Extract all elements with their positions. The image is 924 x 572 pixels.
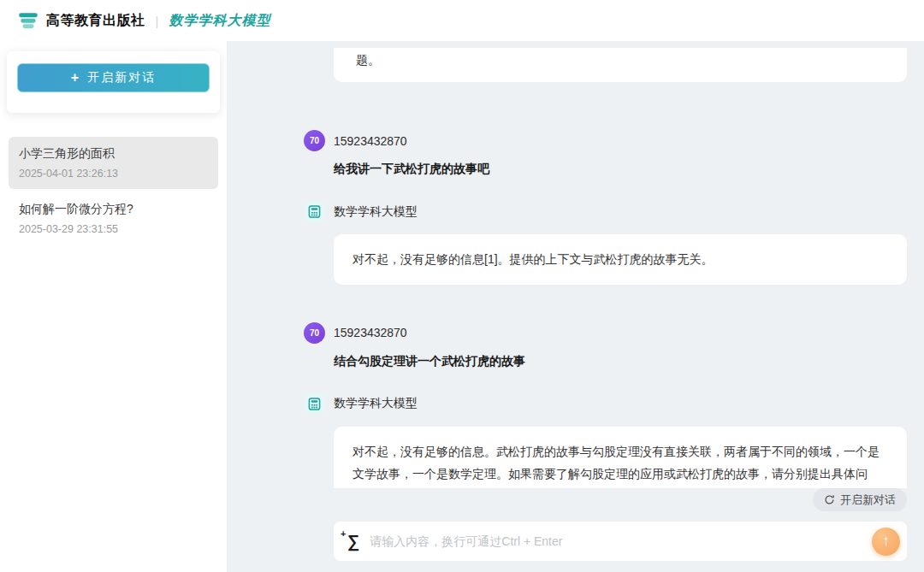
history-title: 如何解一阶微分方程? bbox=[19, 202, 208, 217]
user-avatar: 70 bbox=[304, 130, 325, 151]
restart-chat-button[interactable]: 开启新对话 bbox=[813, 488, 907, 511]
user-name: 15923432870 bbox=[334, 326, 407, 339]
new-chat-button[interactable]: + 开启新对话 bbox=[17, 63, 210, 92]
refresh-icon bbox=[824, 494, 835, 505]
user-message-block: 70 15923432870 结合勾股定理讲一个武松打虎的故事 bbox=[304, 322, 907, 369]
history-list: 小学三角形的面积 2025-04-01 23:26:13 如何解一阶微分方程? … bbox=[0, 137, 227, 245]
product-title: 数学学科大模型 bbox=[169, 12, 270, 30]
assistant-name: 数学学科大模型 bbox=[334, 204, 418, 220]
publisher-logo-icon bbox=[17, 9, 39, 32]
user-message-text: 结合勾股定理讲一个武松打虎的故事 bbox=[334, 354, 907, 369]
app-header: 高等教育出版社 | 数学学科大模型 bbox=[0, 0, 924, 41]
history-title: 小学三角形的面积 bbox=[19, 146, 208, 162]
assistant-message-partial-text: 题。 bbox=[356, 53, 380, 67]
new-chat-label: 开启新对话 bbox=[87, 70, 156, 86]
history-item-triangle-area[interactable]: 小学三角形的面积 2025-04-01 23:26:13 bbox=[9, 137, 218, 189]
new-chat-card: + 开启新对话 bbox=[7, 51, 220, 113]
assistant-message-block: 数学学科大模型 对不起，没有足够的信息。武松打虎的故事与勾股定理没有直接关联，两… bbox=[304, 393, 907, 488]
calculator-icon bbox=[304, 201, 325, 222]
history-time: 2025-03-29 23:31:55 bbox=[19, 223, 208, 235]
user-name: 15923432870 bbox=[334, 134, 407, 148]
user-avatar: 70 bbox=[304, 322, 325, 344]
message-input-bar: +∑ ↑ bbox=[334, 522, 907, 561]
header-divider: | bbox=[156, 14, 159, 28]
plus-icon: + bbox=[71, 70, 80, 86]
assistant-name: 数学学科大模型 bbox=[334, 396, 418, 411]
history-time: 2025-04-01 23:26:13 bbox=[19, 168, 208, 180]
assistant-message-block: 数学学科大模型 对不起，没有足够的信息[1]。提供的上下文与武松打虎的故事无关。 bbox=[304, 201, 907, 285]
restart-chat-label: 开启新对话 bbox=[840, 492, 896, 508]
message-input[interactable] bbox=[370, 534, 872, 548]
formula-sigma-icon[interactable]: +∑ bbox=[347, 533, 359, 550]
calculator-icon bbox=[304, 393, 325, 415]
chat-scroll-area[interactable]: 题。 70 15923432870 给我讲一下武松打虎的故事吧 bbox=[227, 41, 924, 488]
assistant-message-text: 对不起，没有足够的信息[1]。提供的上下文与武松打虎的故事无关。 bbox=[352, 252, 714, 266]
composer-area: 开启新对话 +∑ ↑ bbox=[227, 488, 924, 572]
assistant-message-card: 对不起，没有足够的信息。武松打虎的故事与勾股定理没有直接关联，两者属于不同的领域… bbox=[334, 427, 907, 488]
user-message-text: 给我讲一下武松打虎的故事吧 bbox=[334, 162, 907, 177]
chat-main: 题。 70 15923432870 给我讲一下武松打虎的故事吧 bbox=[227, 41, 924, 572]
history-item-differential-equation[interactable]: 如何解一阶微分方程? 2025-03-29 23:31:55 bbox=[9, 192, 218, 245]
user-message-block: 70 15923432870 给我讲一下武松打虎的故事吧 bbox=[304, 130, 907, 177]
sidebar: + 开启新对话 小学三角形的面积 2025-04-01 23:26:13 如何解… bbox=[0, 41, 227, 572]
assistant-message-card: 对不起，没有足够的信息[1]。提供的上下文与武松打虎的故事无关。 bbox=[334, 234, 907, 285]
brand-name: 高等教育出版社 bbox=[46, 12, 145, 30]
assistant-message-partial: 题。 bbox=[334, 48, 907, 82]
arrow-up-icon: ↑ bbox=[882, 533, 890, 550]
assistant-message-text: 对不起，没有足够的信息。武松打虎的故事与勾股定理没有直接关联，两者属于不同的领域… bbox=[352, 445, 880, 488]
send-button[interactable]: ↑ bbox=[872, 528, 900, 556]
